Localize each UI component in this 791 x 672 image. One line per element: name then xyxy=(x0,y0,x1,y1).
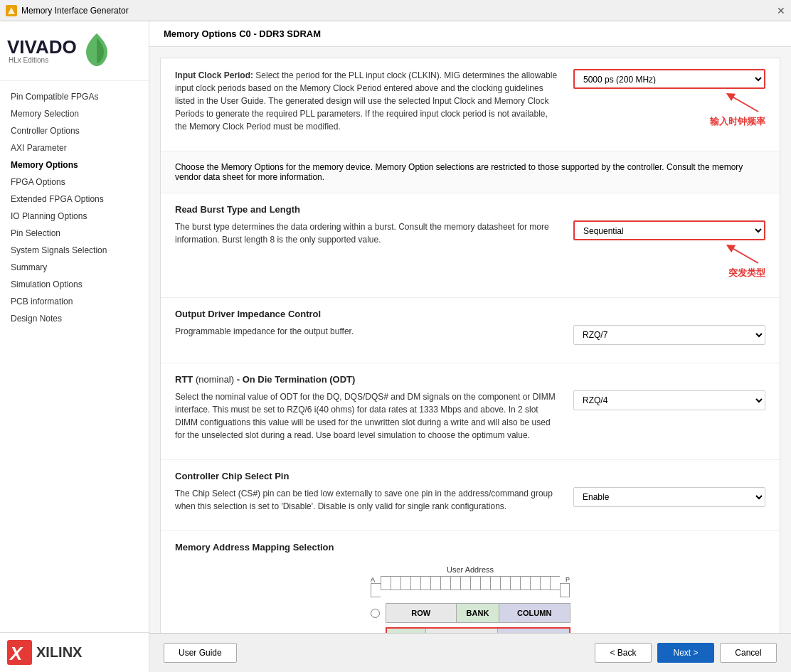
svg-line-5 xyxy=(730,247,758,263)
content-header: Memory Options C0 - DDR3 SDRAM xyxy=(149,21,791,47)
xilinx-logo: X XILINX xyxy=(0,632,149,672)
clock-arrow-icon xyxy=(723,92,765,113)
sidebar-item-summary[interactable]: Summary xyxy=(0,259,149,276)
user-guide-button[interactable]: User Guide xyxy=(164,643,237,663)
output-driver-section: Output Driver Impedance Control Programm… xyxy=(161,298,780,363)
svg-line-4 xyxy=(730,95,758,112)
mapping-option-2: BANK ROW COLUMN xyxy=(371,627,570,633)
seg-row-1: ROW xyxy=(386,604,457,622)
svg-text:X: X xyxy=(9,643,23,664)
chip-select-select[interactable]: Enable Disable xyxy=(573,487,765,507)
sidebar-item-memory-options[interactable]: Memory Options xyxy=(0,156,149,174)
mapping-option-1: ROW BANK COLUMN xyxy=(371,603,570,623)
address-mapping-section: Memory Address Mapping Selection User Ad… xyxy=(161,531,780,633)
xilinx-text: XILINX xyxy=(36,644,82,661)
seg-col-1: COLUMN xyxy=(499,604,570,622)
window-title: Memory Interface Generator xyxy=(21,6,129,16)
next-button[interactable]: Next > xyxy=(657,643,714,663)
choose-memory-desc: Choose the Memory Options for the memory… xyxy=(175,162,743,182)
sidebar-item-axi-parameter[interactable]: AXI Parameter xyxy=(0,139,149,156)
read-burst-section: Read Burst Type and Length The burst typ… xyxy=(161,193,780,298)
sidebar-item-pin-selection[interactable]: Pin Selection xyxy=(0,225,149,242)
rtt-desc: Select the nominal value of ODT for the … xyxy=(175,390,559,442)
main-options-box: Input Clock Period: Select the period fo… xyxy=(160,58,780,633)
rtt-section: RTT (nominal) - On Die Termination (ODT)… xyxy=(161,363,780,460)
address-bit-grid: A xyxy=(371,576,570,597)
chip-select-section: Controller Chip Select Pin The Chip Sele… xyxy=(161,460,780,531)
burst-arrow-icon xyxy=(723,243,765,265)
sidebar-item-controller-options[interactable]: Controller Options xyxy=(0,122,149,139)
mapping-segments-1: ROW BANK COLUMN xyxy=(386,603,570,623)
sidebar-navigation: Pin Compatible FPGAs Memory Selection Co… xyxy=(0,81,149,632)
cancel-button[interactable]: Cancel xyxy=(720,643,777,663)
sidebar-item-simulation[interactable]: Simulation Options xyxy=(0,276,149,293)
output-driver-select[interactable]: RZQ/7 RZQ/6 RZQ/5 xyxy=(573,325,765,345)
mapping-segments-2: BANK ROW COLUMN xyxy=(386,627,570,633)
sidebar-item-fpga-options[interactable]: FPGA Options xyxy=(0,174,149,191)
back-button[interactable]: < Back xyxy=(595,643,652,663)
rtt-select[interactable]: RZQ/4 RZQ/6 Disabled xyxy=(573,390,765,410)
burst-annotation: 突发类型 xyxy=(723,267,765,279)
content-scroll: Input Clock Period: Select the period fo… xyxy=(149,47,791,633)
input-clock-section: Input Clock Period: Select the period fo… xyxy=(161,58,780,151)
close-button[interactable]: ✕ xyxy=(777,5,785,16)
chip-select-desc: The Chip Select (CS#) pin can be tied lo… xyxy=(175,487,559,513)
rtt-title: RTT (nominal) - On Die Termination (ODT) xyxy=(175,374,765,385)
clock-annotation: 输入时钟频率 xyxy=(710,115,765,128)
content-area: Memory Options C0 - DDR3 SDRAM Input Clo… xyxy=(149,21,791,672)
app-icon xyxy=(6,5,17,16)
rtt-odt: - On Die Termination (ODT) xyxy=(237,374,356,385)
sidebar: VIVADO HLx Editions Pin Compatible FPGAs… xyxy=(0,21,149,672)
chip-select-title: Controller Chip Select Pin xyxy=(175,471,765,481)
mapping-radio-1[interactable] xyxy=(371,609,380,618)
sidebar-item-memory-selection[interactable]: Memory Selection xyxy=(0,105,149,122)
read-burst-select[interactable]: Sequential Interleaved xyxy=(573,220,765,240)
sidebar-item-extended-fpga[interactable]: Extended FPGA Options xyxy=(0,191,149,208)
rtt-nominal: (nominal) xyxy=(196,374,234,385)
footer-nav-buttons: < Back Next > Cancel xyxy=(595,643,777,663)
vivado-logo-text: VIVADO xyxy=(7,38,77,56)
input-clock-title: Input Clock Period: xyxy=(175,70,255,80)
address-mapping-visual: User Address A xyxy=(175,558,765,633)
sidebar-item-pcb[interactable]: PCB information xyxy=(0,293,149,310)
seg-bank-1: BANK xyxy=(457,604,499,622)
title-bar: Memory Interface Generator ✕ xyxy=(0,0,791,21)
sidebar-item-io-planning[interactable]: IO Planning Options xyxy=(0,208,149,225)
output-driver-desc: Programmable impedance for the output bu… xyxy=(175,325,559,338)
sidebar-item-pin-compatible[interactable]: Pin Compatible FPGAs xyxy=(0,88,149,105)
read-burst-title: Read Burst Type and Length xyxy=(175,204,765,215)
output-driver-title: Output Driver Impedance Control xyxy=(175,309,765,319)
choose-memory-section: Choose the Memory Options for the memory… xyxy=(161,151,780,193)
address-mapping-title: Memory Address Mapping Selection xyxy=(175,542,765,553)
footer: User Guide < Back Next > Cancel xyxy=(149,633,791,672)
page-title: Memory Options C0 - DDR3 SDRAM xyxy=(164,28,321,39)
sidebar-item-system-signals[interactable]: System Signals Selection xyxy=(0,242,149,259)
user-address-label: User Address xyxy=(447,565,494,574)
sidebar-item-design-notes[interactable]: Design Notes xyxy=(0,310,149,327)
read-burst-desc: The burst type determines the data order… xyxy=(175,220,559,246)
input-clock-select[interactable]: 5000 ps (200 MHz) 4000 ps (250 MHz) 3000… xyxy=(573,69,765,89)
sidebar-logo: VIVADO HLx Editions xyxy=(0,21,149,81)
addr-bits-row xyxy=(381,576,560,597)
